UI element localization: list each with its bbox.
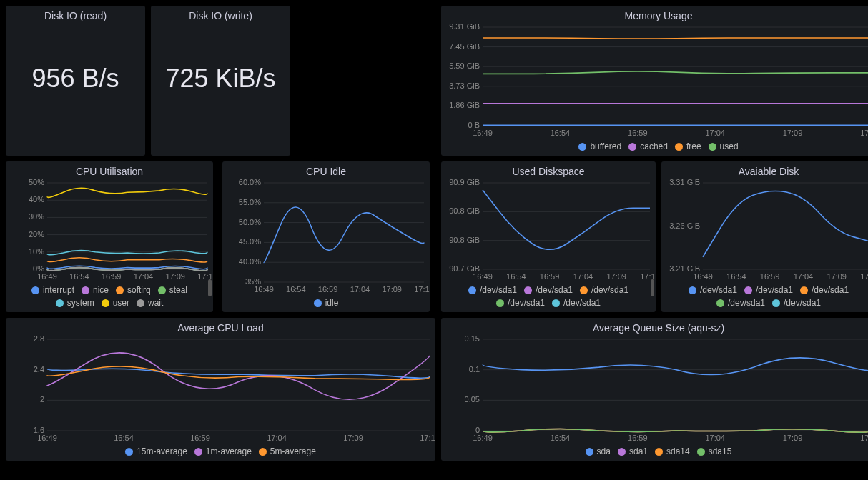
panel-available-disk[interactable]: Avaiable Disk 3.31 GiB3.26 GiB3.21 GiB16… bbox=[661, 161, 868, 312]
legend-dot-icon bbox=[102, 299, 109, 307]
legend-label: /dev/sda1 bbox=[728, 298, 765, 308]
legend-item[interactable]: user bbox=[102, 298, 129, 308]
panel-cpu-utilisation[interactable]: CPU Utilisation 50%40%30%20%10%0%16:4916… bbox=[6, 161, 213, 312]
svg-text:17:09: 17:09 bbox=[165, 272, 185, 281]
panel-title: Average CPU Load bbox=[6, 318, 435, 335]
legend-item[interactable]: 1m-average bbox=[194, 446, 252, 456]
svg-text:17:04: 17:04 bbox=[350, 285, 370, 294]
legend-dot-icon bbox=[689, 286, 696, 294]
legend-item[interactable]: /dev/sda1 bbox=[468, 285, 517, 295]
legend-item[interactable]: used bbox=[709, 141, 739, 151]
legend-dot-icon bbox=[137, 299, 144, 307]
legend-item[interactable]: interrupt bbox=[31, 285, 74, 295]
panel-average-queue-size[interactable]: Average Queue Size (aqu-sz) 0.150.10.050… bbox=[441, 318, 868, 461]
legend-dot-icon bbox=[675, 143, 683, 151]
legend-item[interactable]: steal bbox=[158, 285, 187, 295]
legend-dot-icon bbox=[772, 299, 780, 307]
svg-text:16:54: 16:54 bbox=[69, 272, 89, 281]
chart-area[interactable]: 90.9 GiB90.8 GiB90.8 GiB90.7 GiB16:4916:… bbox=[441, 179, 656, 282]
legend-dot-icon bbox=[314, 299, 322, 307]
panel-title: Disk IO (write) bbox=[151, 6, 290, 23]
svg-text:17:09: 17:09 bbox=[382, 285, 402, 294]
legend-item[interactable]: /dev/sda1 bbox=[716, 298, 765, 308]
panel-average-cpu-load[interactable]: Average CPU Load 2.82.421.616:4916:5416:… bbox=[6, 318, 435, 461]
legend-item[interactable]: /dev/sda1 bbox=[744, 285, 793, 295]
svg-text:16:59: 16:59 bbox=[760, 272, 780, 281]
legend-label: system bbox=[67, 298, 94, 308]
legend-item[interactable]: wait bbox=[137, 298, 163, 308]
legend-dot-icon bbox=[578, 143, 586, 151]
svg-text:17:04: 17:04 bbox=[134, 272, 154, 281]
legend-label: cached bbox=[640, 141, 668, 151]
legend-item[interactable]: system bbox=[56, 298, 94, 308]
legend-item[interactable]: /dev/sda1 bbox=[524, 285, 573, 295]
panel-disk-io-read[interactable]: Disk IO (read) 956 B/s bbox=[6, 6, 145, 156]
legend-item[interactable]: /dev/sda1 bbox=[772, 298, 821, 308]
svg-text:17:14: 17:14 bbox=[414, 285, 430, 294]
chart-area[interactable]: 0.150.10.05016:4916:5416:5917:0417:0917:… bbox=[441, 335, 868, 444]
svg-text:16:54: 16:54 bbox=[551, 129, 571, 137]
svg-text:1.86 GiB: 1.86 GiB bbox=[449, 101, 480, 109]
chart-area[interactable]: 9.31 GiB7.45 GiB5.59 GiB3.73 GiB1.86 GiB… bbox=[441, 23, 868, 139]
panel-used-diskspace[interactable]: Used Diskspace 90.9 GiB90.8 GiB90.8 GiB9… bbox=[441, 161, 656, 312]
legend-item[interactable]: buffered bbox=[578, 141, 621, 151]
legend-label: used bbox=[720, 141, 739, 151]
svg-text:60.0%: 60.0% bbox=[239, 179, 261, 186]
legend-item[interactable]: sda15 bbox=[697, 446, 732, 456]
svg-text:20%: 20% bbox=[29, 230, 44, 239]
legend-label: 15m-average bbox=[137, 446, 187, 456]
legend-item[interactable]: sda bbox=[586, 446, 611, 456]
legend-item[interactable]: /dev/sda1 bbox=[496, 298, 545, 308]
legend-label: user bbox=[113, 298, 129, 308]
legend-item[interactable]: /dev/sda1 bbox=[689, 285, 737, 295]
panel-title: CPU Utilisation bbox=[6, 161, 213, 179]
legend-item[interactable]: 5m-average bbox=[259, 446, 316, 456]
svg-text:2: 2 bbox=[40, 395, 44, 404]
svg-text:16:49: 16:49 bbox=[254, 285, 274, 294]
panel-title: Average Queue Size (aqu-sz) bbox=[441, 318, 868, 335]
svg-text:16:54: 16:54 bbox=[286, 285, 306, 294]
svg-text:90.8 GiB: 90.8 GiB bbox=[449, 236, 480, 244]
legend-label: /dev/sda1 bbox=[812, 285, 849, 295]
legend-item[interactable]: 15m-average bbox=[125, 446, 187, 456]
legend-item[interactable]: idle bbox=[314, 298, 339, 308]
legend-label: /dev/sda1 bbox=[591, 285, 628, 295]
svg-text:16:59: 16:59 bbox=[102, 272, 122, 281]
legend: interruptnicesoftirqstealsystemuserwait bbox=[6, 282, 213, 312]
panel-cpu-idle[interactable]: CPU Idle 60.0%55.0%50.0%45.0%40.0%35%16:… bbox=[222, 161, 430, 312]
legend-item[interactable]: /dev/sda1 bbox=[800, 285, 849, 295]
chart-area[interactable]: 60.0%55.0%50.0%45.0%40.0%35%16:4916:5416… bbox=[222, 179, 430, 295]
legend-dot-icon bbox=[628, 143, 636, 151]
svg-text:17:14: 17:14 bbox=[860, 434, 868, 442]
svg-text:17:04: 17:04 bbox=[267, 434, 287, 442]
legend-item[interactable]: cached bbox=[628, 141, 668, 151]
legend-item[interactable]: free bbox=[675, 141, 701, 151]
chart-area[interactable]: 2.82.421.616:4916:5416:5917:0417:0917:14 bbox=[6, 335, 435, 444]
scrollbar-indicator[interactable] bbox=[651, 279, 654, 296]
legend-dot-icon bbox=[496, 299, 504, 307]
legend-dot-icon bbox=[552, 299, 560, 307]
legend-label: wait bbox=[148, 298, 163, 308]
legend-label: /dev/sda1 bbox=[536, 285, 573, 295]
svg-text:0.1: 0.1 bbox=[469, 365, 480, 374]
legend-item[interactable]: /dev/sda1 bbox=[552, 298, 601, 308]
svg-text:16:59: 16:59 bbox=[628, 434, 648, 442]
chart-area[interactable]: 50%40%30%20%10%0%16:4916:5416:5917:0417:… bbox=[6, 179, 213, 282]
panel-disk-io-write[interactable]: Disk IO (write) 725 KiB/s bbox=[151, 6, 290, 156]
legend-item[interactable]: sda14 bbox=[655, 446, 690, 456]
legend-dot-icon bbox=[125, 448, 133, 456]
panel-memory-usage[interactable]: Memory Usage 9.31 GiB7.45 GiB5.59 GiB3.7… bbox=[441, 6, 868, 156]
svg-text:17:14: 17:14 bbox=[860, 129, 868, 137]
svg-text:16:49: 16:49 bbox=[473, 129, 493, 137]
scrollbar-indicator[interactable] bbox=[208, 279, 212, 296]
legend-dot-icon bbox=[586, 448, 593, 456]
legend-item[interactable]: sda1 bbox=[618, 446, 648, 456]
chart-area[interactable]: 3.31 GiB3.26 GiB3.21 GiB16:4916:5416:591… bbox=[661, 179, 868, 282]
legend-item[interactable]: nice bbox=[82, 285, 109, 295]
panel-title: CPU Idle bbox=[222, 161, 430, 179]
legend-item[interactable]: /dev/sda1 bbox=[580, 285, 628, 295]
legend-item[interactable]: softirq bbox=[116, 285, 151, 295]
legend-label: softirq bbox=[127, 285, 151, 295]
svg-text:16:59: 16:59 bbox=[540, 272, 560, 281]
svg-text:16:59: 16:59 bbox=[628, 129, 648, 137]
